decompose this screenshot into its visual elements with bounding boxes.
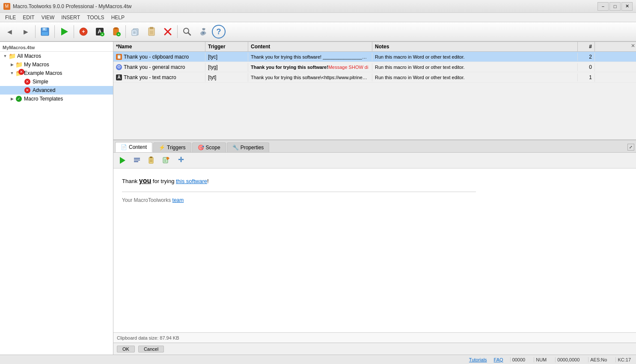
menu-edit[interactable]: EDIT <box>19 14 38 21</box>
menu-help[interactable]: HELP <box>108 14 128 21</box>
editor-edit-button[interactable] <box>160 154 172 166</box>
search-button[interactable] <box>179 24 195 39</box>
sidebar-item-simple[interactable]: ✕ Simple <box>0 77 113 86</box>
clipboard-macro-button[interactable]: + <box>108 24 124 39</box>
col-header-notes[interactable]: Notes <box>372 42 578 51</box>
toolbar-separator-1 <box>35 25 36 38</box>
svg-text:+: + <box>118 33 120 36</box>
status-kc: KC:17 <box>615 357 633 362</box>
col-header-count[interactable]: # <box>578 42 595 51</box>
editor-text-bold: you <box>139 177 151 184</box>
list-panel-close-button[interactable]: ✕ <box>631 43 635 49</box>
macro-row-text[interactable]: A Thank you - text macro [tyt] Thank you… <box>113 72 636 83</box>
tab-scope[interactable]: 🎯 Scope <box>192 142 226 152</box>
svg-rect-21 <box>150 27 153 29</box>
sidebar-item-advanced[interactable]: ✕ Advanced <box>0 86 113 95</box>
macro-row-text-notes: Run this macro in Word or other text edi… <box>372 74 578 81</box>
editor-text-prefix: Thank <box>122 178 139 184</box>
col-header-trigger[interactable]: Trigger <box>205 42 248 51</box>
tab-scope-icon: 🎯 <box>198 145 204 151</box>
editor-sig-link[interactable]: team <box>172 197 184 203</box>
new-macro-button[interactable]: + <box>76 24 91 39</box>
macro-row-clipboard-name: 📋 Thank you - clipboard macro <box>113 53 205 61</box>
expand-macro-templates-icon: ▶ <box>9 97 15 101</box>
back-button[interactable]: ◀ <box>2 24 17 39</box>
close-button[interactable]: ✕ <box>621 2 633 11</box>
col-header-name[interactable]: *Name <box>113 42 205 51</box>
menu-insert[interactable]: INSERT <box>58 14 83 21</box>
gear-macro-icon: ⚙ <box>116 64 122 70</box>
editor-text-lines-button[interactable] <box>131 154 143 166</box>
paste-doc-button[interactable] <box>144 24 159 39</box>
sidebar-item-my-macros[interactable]: ▶ 📁 My Macros <box>0 60 113 69</box>
all-macros-label: All Macros <box>17 53 41 59</box>
help-button[interactable]: ? <box>212 25 226 38</box>
sidebar-item-macro-templates[interactable]: ▶ ✓ Macro Templates <box>0 95 113 103</box>
editor-paste-button[interactable] <box>145 154 158 166</box>
col-header-content[interactable]: Content <box>248 42 372 51</box>
simple-icon: ✕ <box>24 78 31 85</box>
save-button[interactable] <box>37 24 53 39</box>
maximize-button[interactable]: □ <box>609 2 621 11</box>
content-area: *Name Trigger Content Notes # 📋 Thank yo… <box>113 42 636 355</box>
editor-text-end: ! <box>207 178 209 184</box>
menu-view[interactable]: VIEW <box>38 14 58 21</box>
advanced-icon: ✕ <box>24 87 31 94</box>
tools-button[interactable] <box>196 24 211 39</box>
macro-row-general-notes: Run this macro in Word or other text edi… <box>372 63 578 71</box>
expand-my-macros-icon: ▶ <box>9 62 15 67</box>
editor-text-content: Thank you for trying this software! <box>122 175 627 186</box>
run-button[interactable] <box>56 24 72 39</box>
clipboard-bar: Clipboard data size: 87.94 KB <box>113 332 636 343</box>
menu-tools[interactable]: TOOLS <box>83 14 107 21</box>
macro-row-clipboard-trigger: [tyc] <box>205 53 248 61</box>
svg-point-29 <box>202 32 204 34</box>
text-macro-button[interactable]: A + <box>92 24 107 39</box>
tab-scope-label: Scope <box>206 145 220 151</box>
sidebar-item-example-macros[interactable]: ▼ 📁 ✕ Example Macros <box>0 69 113 77</box>
sidebar-item-all-macros[interactable]: ▼ 📁 All Macros <box>0 52 113 60</box>
editor-toolbar: ✛ <box>113 153 636 169</box>
tab-triggers-icon: ⚡ <box>159 145 165 151</box>
editor-text-suffix: for trying <box>151 178 176 184</box>
editor-signature: Your MacroToolworks team <box>122 197 627 203</box>
editor-move-button[interactable]: ✛ <box>174 154 187 166</box>
svg-rect-34 <box>149 157 153 163</box>
tab-triggers[interactable]: ⚡ Triggers <box>153 142 191 152</box>
delete-button[interactable] <box>160 24 175 39</box>
ok-button[interactable]: OK <box>117 346 135 352</box>
menu-file[interactable]: FILE <box>2 14 19 21</box>
clipboard-macro-icon: 📋 <box>116 54 122 60</box>
macro-row-general-name: ⚙ Thank you - general macro <box>113 63 205 71</box>
text-macro-icon: A <box>116 74 122 80</box>
macro-templates-icon: ✓ <box>15 95 22 102</box>
macro-row-text-trigger: [tyt] <box>205 73 248 82</box>
editor-run-button[interactable] <box>116 154 129 166</box>
svg-marker-4 <box>61 28 68 36</box>
cancel-button[interactable]: Cancel <box>138 346 164 352</box>
macro-general-label: Thank you - general macro <box>124 64 185 70</box>
status-tutorials[interactable]: Tutorials <box>469 357 487 362</box>
minimize-button[interactable]: − <box>597 2 609 11</box>
copy-doc-button[interactable] <box>128 24 143 39</box>
status-faq[interactable]: FAQ <box>494 357 503 362</box>
tab-properties-label: Properties <box>241 145 264 151</box>
status-coords: 0000,0000 <box>555 357 581 362</box>
toolbar-separator-2 <box>54 25 55 38</box>
app-icon: M <box>3 3 10 10</box>
tab-content[interactable]: 📄 Content <box>115 142 152 152</box>
toolbar-separator-3 <box>74 25 74 38</box>
expand-panel-button[interactable]: ⤢ <box>627 144 634 151</box>
macro-row-general[interactable]: ⚙ Thank you - general macro [tyg] Thank … <box>113 62 636 72</box>
main-toolbar: ◀ ▶ + A + + <box>0 22 636 42</box>
my-macros-label: My Macros <box>24 62 49 68</box>
tab-properties[interactable]: 🔧 Properties <box>227 142 270 152</box>
svg-text:✛: ✛ <box>178 157 184 163</box>
main-layout: MyMacros.4tw ▼ 📁 All Macros ▶ 📁 My Macro… <box>0 42 636 355</box>
forward-button[interactable]: ▶ <box>18 24 33 39</box>
advanced-label: Advanced <box>33 87 55 93</box>
editor-text-link[interactable]: this software <box>176 178 207 184</box>
macro-list-panel: *Name Trigger Content Notes # 📋 Thank yo… <box>113 42 636 140</box>
tab-properties-icon: 🔧 <box>232 145 239 151</box>
macro-row-clipboard[interactable]: 📋 Thank you - clipboard macro [tyc] Than… <box>113 52 636 62</box>
